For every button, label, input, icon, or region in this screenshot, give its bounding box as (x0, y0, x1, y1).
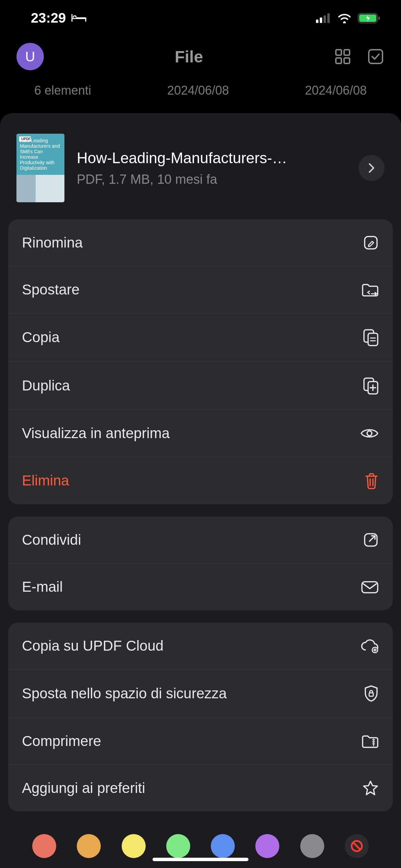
edit-icon (363, 234, 379, 251)
copy-icon (363, 328, 379, 346)
menu-item-share[interactable]: Condividi (8, 517, 393, 564)
menu-label: Elimina (22, 472, 69, 489)
menu-group-share: Condividi E-mail (8, 517, 393, 610)
move-folder-icon (361, 282, 379, 297)
bg-date1: 2024/06/08 (167, 83, 229, 98)
nav-right (334, 48, 385, 65)
menu-item-copy[interactable]: Copia (8, 313, 393, 362)
menu-label: E-mail (22, 579, 63, 595)
menu-item-email[interactable]: E-mail (8, 564, 393, 610)
file-thumbnail: UPDF How Leading Manufacturers and SMEs … (16, 134, 64, 202)
svg-rect-10 (344, 58, 350, 63)
file-name: How-Leading-Manufacturers-… (77, 149, 346, 167)
eye-icon (360, 426, 379, 440)
color-tag-row (8, 824, 393, 868)
archive-icon (361, 734, 379, 749)
background-files-peek: 6 elementi 2024/06/08 2024/06/08 (0, 81, 401, 108)
svg-rect-3 (327, 13, 330, 23)
mail-icon (361, 580, 379, 594)
menu-item-favorite[interactable]: Aggiungi ai preferiti (8, 765, 393, 811)
chevron-right-icon (367, 162, 376, 173)
svg-rect-1 (320, 17, 322, 23)
thumb-badge: UPDF (19, 136, 31, 142)
disclosure-button[interactable] (359, 155, 385, 181)
svg-rect-2 (324, 15, 326, 23)
nav-title: File (175, 47, 203, 66)
menu-label: Visualizza in anteprima (22, 425, 170, 442)
action-sheet: UPDF How Leading Manufacturers and SMEs … (0, 113, 401, 868)
color-tag-orange[interactable] (77, 834, 101, 858)
menu-label: Sposta nello spazio di sicurezza (22, 685, 227, 702)
color-tag-blue[interactable] (211, 834, 235, 858)
select-icon[interactable] (367, 48, 385, 65)
svg-rect-6 (378, 16, 380, 20)
bed-icon (71, 13, 86, 23)
wifi-icon (337, 13, 352, 23)
svg-rect-19 (362, 582, 378, 593)
color-tag-purple[interactable] (255, 834, 279, 858)
status-right (316, 13, 380, 24)
file-header: UPDF How Leading Manufacturers and SMEs … (8, 127, 393, 219)
cloud-add-icon (360, 638, 379, 653)
grid-view-icon[interactable] (334, 48, 352, 65)
menu-item-secure-space[interactable]: Sposta nello spazio di sicurezza (8, 670, 393, 718)
avatar[interactable]: U (16, 43, 44, 70)
color-tag-red[interactable] (32, 834, 56, 858)
color-tag-green[interactable] (166, 834, 190, 858)
menu-item-rename[interactable]: Rinomina (8, 219, 393, 266)
menu-label: Comprimere (22, 733, 101, 749)
signal-icon (316, 13, 331, 23)
nav-bar: U File (0, 33, 401, 81)
svg-rect-7 (336, 50, 341, 55)
color-tag-yellow[interactable] (122, 834, 146, 858)
color-tag-gray[interactable] (300, 834, 324, 858)
menu-label: Spostare (22, 281, 80, 298)
svg-rect-11 (369, 50, 382, 63)
menu-label: Copia su UPDF Cloud (22, 638, 163, 654)
shield-lock-icon (363, 685, 379, 702)
bg-elements: 6 elementi (34, 83, 91, 98)
menu-item-compress[interactable]: Comprimere (8, 718, 393, 765)
thumb-image-placeholder (16, 175, 64, 202)
status-bar: 23:29 (0, 0, 401, 33)
menu-label: Rinomina (22, 234, 83, 251)
battery-charging-icon (358, 13, 380, 24)
menu-item-cloud-copy[interactable]: Copia su UPDF Cloud (8, 623, 393, 670)
svg-point-17 (367, 431, 372, 436)
menu-item-move[interactable]: Spostare (8, 266, 393, 313)
avatar-letter: U (25, 49, 35, 64)
trash-icon (364, 472, 379, 489)
menu-item-delete[interactable]: Elimina (8, 457, 393, 504)
status-time: 23:29 (31, 10, 66, 26)
menu-group-storage: Copia su UPDF Cloud Sposta nello spazio … (8, 623, 393, 811)
file-meta: PDF, 1.7 MB, 10 mesi fa (77, 172, 346, 187)
share-ext-icon (363, 532, 379, 548)
menu-item-duplicate[interactable]: Duplica (8, 362, 393, 410)
menu-label: Aggiungi ai preferiti (22, 780, 145, 796)
file-info: How-Leading-Manufacturers-… PDF, 1.7 MB,… (77, 149, 346, 187)
menu-item-preview[interactable]: Visualizza in anteprima (8, 410, 393, 457)
color-tag-clear[interactable] (345, 834, 369, 858)
status-left: 23:29 (31, 10, 86, 26)
menu-label: Duplica (22, 377, 70, 394)
menu-label: Copia (22, 329, 60, 346)
bg-date2: 2024/06/08 (305, 83, 367, 98)
svg-rect-21 (369, 693, 373, 696)
svg-rect-9 (336, 58, 341, 63)
svg-rect-0 (316, 20, 318, 23)
menu-group-file-ops: Rinomina Spostare Copia Duplica Visualiz… (8, 219, 393, 504)
duplicate-icon (363, 377, 379, 395)
home-indicator[interactable] (153, 858, 248, 861)
no-entry-icon (350, 839, 364, 853)
star-icon (362, 780, 379, 796)
svg-rect-8 (344, 50, 350, 55)
menu-label: Condividi (22, 532, 81, 548)
svg-rect-14 (368, 333, 378, 346)
